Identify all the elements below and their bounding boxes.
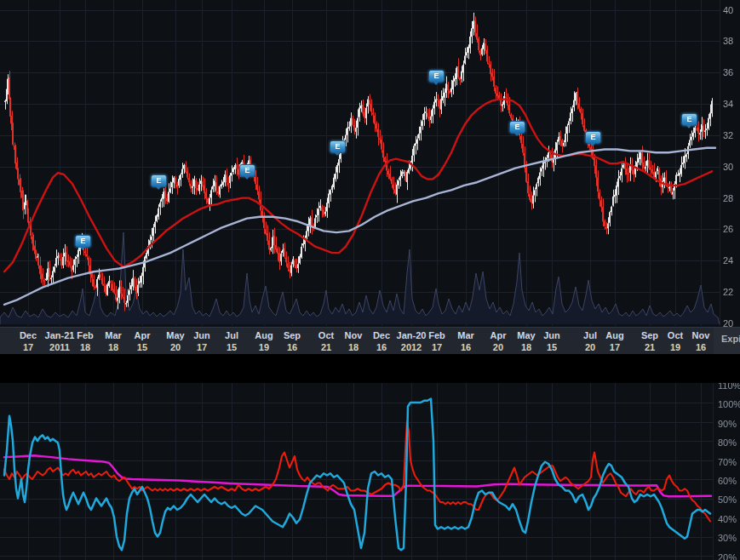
percent-axis-label: 80% bbox=[718, 437, 737, 449]
earnings-badge[interactable]: E bbox=[681, 113, 697, 126]
date-axis-label: Mar16 bbox=[457, 329, 474, 353]
price-axis-label: 38 bbox=[723, 36, 733, 47]
expiration-label: Expir bbox=[721, 334, 740, 344]
percent-axis-label: 40% bbox=[718, 514, 737, 525]
date-axis-label: May18 bbox=[517, 329, 535, 353]
price-axis-label: 26 bbox=[723, 224, 733, 235]
price-axis-label: 22 bbox=[723, 287, 733, 298]
earnings-badge[interactable]: E bbox=[151, 174, 167, 187]
date-axis-label: Jul15 bbox=[225, 329, 238, 353]
volatility-chart-app: 4038363432302826242220 110%100%90%80%70%… bbox=[0, 0, 740, 560]
date-axis-label: Sep16 bbox=[284, 329, 301, 353]
date-axis-label: Nov16 bbox=[692, 329, 710, 353]
price-axis-label: 32 bbox=[723, 130, 733, 141]
date-axis-label: Aug19 bbox=[255, 329, 272, 353]
date-axis-label: Dec16 bbox=[373, 329, 390, 353]
date-axis-label: Mar18 bbox=[105, 329, 122, 353]
earnings-badge[interactable]: E bbox=[509, 121, 525, 134]
percent-axis-label: 100% bbox=[718, 399, 740, 410]
date-axis-label: Jan-212011 bbox=[45, 329, 75, 353]
date-axis-label: Aug17 bbox=[605, 329, 623, 353]
volatility-chart-canvas[interactable] bbox=[0, 383, 740, 560]
price-axis-label: 30 bbox=[723, 162, 733, 173]
date-axis-label: Jun17 bbox=[193, 329, 210, 353]
date-axis-label: May20 bbox=[166, 329, 184, 353]
legend-band: HV10HV20HV30HV60HV90HV120HV180HV360 rese… bbox=[0, 354, 740, 383]
date-axis-strip: Dec17Jan-212011Feb18Mar18Apr15May20Jun17… bbox=[0, 327, 740, 354]
earnings-badge[interactable]: E bbox=[75, 235, 91, 248]
price-axis-label: 24 bbox=[723, 255, 733, 266]
percent-axis-label: 90% bbox=[718, 419, 737, 430]
date-axis-label: Jun15 bbox=[543, 329, 560, 353]
percent-axis-label: 70% bbox=[718, 457, 737, 468]
earnings-badge[interactable]: E bbox=[330, 140, 346, 153]
date-axis-label: Oct19 bbox=[668, 329, 683, 353]
price-axis-label: 28 bbox=[723, 193, 733, 204]
date-axis-label: Dec17 bbox=[20, 329, 37, 353]
earnings-badge[interactable]: E bbox=[585, 131, 601, 144]
earnings-badge[interactable]: E bbox=[428, 70, 445, 83]
percent-axis-label: 60% bbox=[718, 476, 737, 487]
date-axis-label: Nov18 bbox=[345, 329, 363, 353]
date-axis-label: Sep21 bbox=[641, 329, 658, 353]
date-axis-label: Feb18 bbox=[77, 329, 94, 353]
date-axis-label: Jan-202012 bbox=[397, 329, 427, 353]
price-chart-canvas[interactable] bbox=[0, 0, 740, 327]
earnings-badge[interactable]: E bbox=[239, 164, 255, 177]
date-axis-label: Oct21 bbox=[318, 329, 334, 353]
date-axis-label: Jul20 bbox=[583, 329, 597, 353]
price-axis-label: 34 bbox=[723, 99, 733, 110]
percent-axis-label: 30% bbox=[718, 533, 737, 544]
percent-axis-label: 20% bbox=[718, 552, 737, 560]
date-axis-label: Apr20 bbox=[490, 329, 507, 353]
percent-axis-label: 50% bbox=[718, 494, 737, 506]
price-axis-label: 36 bbox=[723, 67, 733, 78]
date-axis-label: Apr15 bbox=[135, 329, 151, 353]
price-axis-label: 40 bbox=[723, 5, 733, 16]
date-axis-label: Feb17 bbox=[428, 329, 445, 353]
